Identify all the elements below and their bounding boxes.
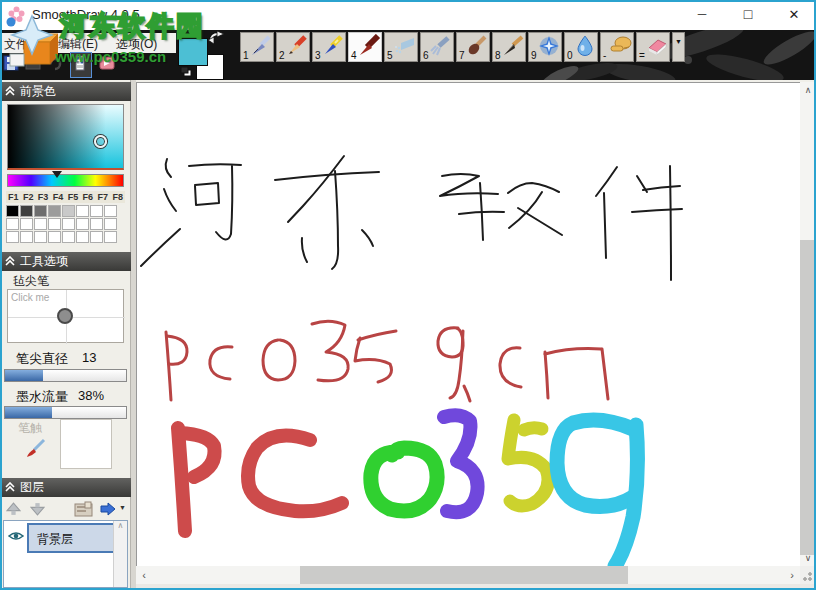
color-swatch[interactable]: [48, 205, 61, 217]
color-swatch[interactable]: [76, 218, 89, 230]
tool-hotkey: 5: [387, 50, 393, 61]
nib-preview-box[interactable]: Click me: [7, 289, 124, 343]
scroll-down-arrow[interactable]: ∨: [800, 550, 816, 566]
tool-paint-brush[interactable]: 8: [492, 32, 526, 62]
scroll-left-arrow[interactable]: ‹: [136, 566, 152, 584]
color-swatch[interactable]: [34, 218, 47, 230]
color-swatch[interactable]: [76, 231, 89, 243]
layer-up-icon[interactable]: [6, 502, 21, 516]
tool-smudge-finger[interactable]: -: [600, 32, 634, 62]
horizontal-scrollbar-thumb[interactable]: [300, 566, 628, 584]
color-swatch[interactable]: [62, 231, 75, 243]
canvas-stroke: [166, 332, 171, 400]
slider-fill: [5, 370, 43, 381]
vertical-scrollbar-thumb[interactable]: [800, 240, 816, 555]
maximize-button[interactable]: □: [729, 0, 767, 28]
tool-hotkey: 9: [531, 50, 537, 61]
canvas-stroke: [312, 321, 348, 381]
color-swatch[interactable]: [34, 205, 47, 217]
merge-dropdown-caret[interactable]: ▼: [119, 504, 126, 511]
favorite-slot-label: F3: [38, 192, 49, 203]
hue-marker[interactable]: [52, 171, 62, 178]
hue-slider[interactable]: [7, 174, 124, 187]
color-swatch-grid: [6, 205, 125, 244]
canvas-stroke: [602, 349, 608, 399]
tool-hotkey: 2: [279, 50, 285, 61]
spray-gun-icon: [429, 34, 453, 58]
canvas-stroke: [195, 183, 219, 205]
canvas-stroke: [440, 174, 498, 196]
canvas-stroke: [167, 336, 187, 364]
ink-flow-slider[interactable]: [4, 406, 127, 419]
nib-size-knob[interactable]: [57, 308, 73, 324]
sv-selector-ring[interactable]: [94, 135, 107, 148]
canvas-stroke: [263, 340, 295, 380]
color-swatch[interactable]: [104, 218, 117, 230]
layer-row-background[interactable]: 背景层: [27, 523, 115, 553]
ink-flow-value: 38%: [78, 388, 104, 403]
minimize-button[interactable]: ─: [683, 0, 721, 28]
close-button[interactable]: ✕: [775, 0, 813, 28]
tool-ballpoint[interactable]: 3: [312, 32, 346, 62]
color-swatch[interactable]: [20, 231, 33, 243]
tool-options-panel-header[interactable]: 工具选项: [0, 252, 131, 271]
merge-layer-icon[interactable]: [100, 502, 117, 516]
color-swatch[interactable]: [48, 231, 61, 243]
canvas-stroke: [358, 331, 396, 340]
paint-brush-icon: [501, 34, 525, 58]
scroll-right-arrow[interactable]: ›: [784, 566, 800, 584]
color-swatch[interactable]: [6, 218, 19, 230]
tool-spray-gun[interactable]: 6: [420, 32, 454, 62]
layer-down-icon[interactable]: [30, 502, 45, 516]
tool-eraser[interactable]: =: [636, 32, 670, 62]
tool-dropdown-button[interactable]: ▼: [672, 32, 685, 62]
ballpoint-icon: [321, 34, 345, 58]
stroke-texture-preview[interactable]: [60, 419, 112, 469]
saturation-value-picker[interactable]: [7, 104, 124, 170]
nib-diameter-slider[interactable]: [4, 369, 127, 382]
layer-list-scrollbar[interactable]: ∧: [113, 521, 127, 587]
color-swatch[interactable]: [90, 205, 103, 217]
favorite-slot-labels: F1F2F3F4F5F6F7F8: [6, 191, 125, 203]
collapse-chevron-icon: [4, 256, 16, 267]
color-swatch[interactable]: [90, 218, 103, 230]
canvas-stroke: [500, 348, 521, 387]
tool-hotkey: 1: [243, 50, 249, 61]
color-swatch[interactable]: [62, 205, 75, 217]
tool-felt-tip[interactable]: 4: [348, 32, 382, 62]
color-swatch[interactable]: [90, 231, 103, 243]
color-swatch[interactable]: [6, 231, 19, 243]
color-swatch[interactable]: [104, 231, 117, 243]
tool-pencil[interactable]: 2: [276, 32, 310, 62]
stroke-texture-label: 笔触: [18, 420, 42, 437]
scroll-up-arrow[interactable]: ∧: [800, 82, 816, 98]
tool-water-drop[interactable]: 0: [564, 32, 598, 62]
canvas-stroke: [643, 186, 680, 190]
color-swatch[interactable]: [6, 205, 19, 217]
color-swatch[interactable]: [76, 205, 89, 217]
round-brush-icon: [465, 34, 489, 58]
pencil-icon: [285, 34, 309, 58]
color-swatch[interactable]: [62, 218, 75, 230]
tool-round-brush[interactable]: 7: [456, 32, 490, 62]
color-swatch[interactable]: [48, 218, 61, 230]
nib-diameter-label: 笔尖直径: [16, 350, 68, 368]
canvas-strokes: [136, 82, 800, 566]
favorite-slot-label: F1: [8, 192, 19, 203]
tool-sparkle[interactable]: 9: [528, 32, 562, 62]
layers-panel-header[interactable]: 图层: [0, 478, 131, 497]
layer-properties-icon[interactable]: [74, 501, 94, 517]
collapse-chevron-icon: [4, 86, 16, 97]
color-swatch[interactable]: [20, 205, 33, 217]
canvas-stroke: [302, 238, 307, 262]
canvas-stroke: [596, 167, 617, 196]
resize-grip[interactable]: [802, 570, 814, 582]
layer-visibility-eye-icon[interactable]: [8, 530, 24, 542]
foreground-panel-header[interactable]: 前景色: [0, 82, 131, 101]
tool-pen-nib[interactable]: 1: [240, 32, 274, 62]
favorite-slot-label: F2: [23, 192, 34, 203]
color-swatch[interactable]: [20, 218, 33, 230]
color-swatch[interactable]: [34, 231, 47, 243]
tool-airbrush[interactable]: 5: [384, 32, 418, 62]
color-swatch[interactable]: [104, 205, 117, 217]
